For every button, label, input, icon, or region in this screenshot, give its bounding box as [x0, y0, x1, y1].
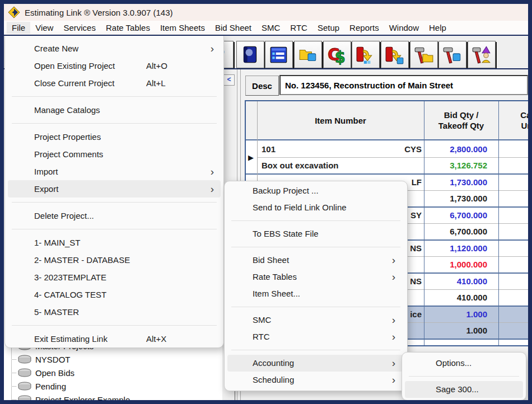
accounting-menu-item-sage-300[interactable]: Sage 300... [405, 381, 523, 398]
menu-reports[interactable]: Reports [344, 22, 384, 34]
menu-separator [12, 229, 217, 229]
file-menu-item-export[interactable]: Export › [8, 180, 221, 198]
menu-services[interactable]: Services [58, 22, 101, 34]
export-menu-item-send-to-field-link-online[interactable]: Send to Field Link Online [227, 199, 404, 216]
column-header-calc-unit[interactable]: Calc Unit [498, 101, 532, 139]
export-book-page-button[interactable] [381, 41, 409, 68]
export-menu-item-item-sheet[interactable]: Item Sheet... [227, 285, 404, 302]
chevron-right-icon: › [392, 252, 395, 269]
wizard-icon [472, 45, 492, 65]
file-menu-item-project-properties[interactable]: Project Properties [8, 128, 221, 145]
menu-separator [12, 325, 217, 326]
export-menu-item-smc[interactable]: SMC › [227, 312, 404, 328]
row-selector-icon[interactable]: ▶ [248, 153, 254, 162]
chevron-right-icon: › [392, 269, 395, 285]
menu-help[interactable]: Help [424, 22, 451, 34]
tools-sheet-icon [442, 45, 463, 65]
project-group-icon [17, 395, 32, 404]
tree-branch-line [11, 373, 16, 373]
export-menu-item-rate-tables[interactable]: Rate Tables › [227, 269, 404, 285]
catalogs-button[interactable] [294, 41, 322, 68]
file-menu-item-project-comments[interactable]: Project Comments [8, 145, 221, 163]
chevron-right-icon: › [211, 180, 214, 198]
grid-header: Item Number Bid Qty / Takeoff Qty Calc U… [246, 101, 532, 140]
tree-branch-line [11, 400, 16, 400]
convert-currency-icon: C $ [327, 45, 347, 65]
file-menu-item-open-existing-project[interactable]: Open Existing Project Alt+O [8, 57, 221, 74]
file-menu-item-create-new[interactable]: Create New › [8, 40, 221, 57]
column-header-bid-qty[interactable]: Bid Qty / Takeoff Qty [424, 101, 498, 139]
estimate-sheet-button[interactable] [265, 41, 293, 68]
file-menu-item-delete-project[interactable]: Delete Project... [8, 207, 221, 224]
export-book-page-icon [385, 45, 405, 65]
svg-text:$: $ [335, 48, 346, 64]
file-menu-item-recent-5[interactable]: 5- MASTER [8, 303, 221, 321]
tree-item-pending[interactable]: Pending [8, 379, 66, 393]
menu-file[interactable]: File [7, 22, 30, 34]
tree-item-open-bids[interactable]: Open Bids [8, 366, 74, 379]
menu-bid-sheet[interactable]: Bid Sheet [210, 22, 256, 34]
export-menu-item-backup-project[interactable]: Backup Project ... [227, 182, 404, 199]
file-menu-item-recent-1[interactable]: 1- MAIN_ST [8, 234, 221, 251]
grid-column-line [424, 101, 424, 345]
wizard-button[interactable] [468, 41, 496, 68]
tree-item-project-explorer-example[interactable]: Project Explorer Example [8, 393, 130, 404]
project-group-icon [17, 368, 32, 377]
file-menu-item-recent-2[interactable]: 2- MASTER - DATABASE [8, 251, 221, 269]
tools-folder-icon [414, 45, 434, 65]
file-menu-item-recent-3[interactable]: 3- 2023TEMPLATE [8, 269, 221, 286]
menu-separator [231, 307, 400, 307]
menu-setup[interactable]: Setup [312, 22, 344, 34]
collapse-panel-button[interactable]: < [223, 74, 235, 86]
grid-column-line [498, 101, 499, 345]
export-menu-item-accounting[interactable]: Accounting › [227, 355, 404, 372]
menu-window[interactable]: Window [384, 22, 424, 34]
title-bar: Estimating Link ® Version 3.0.907 (143) [4, 4, 528, 21]
menu-item-sheets[interactable]: Item Sheets [155, 22, 210, 34]
tree-branch-line [11, 386, 16, 387]
export-submenu: Backup Project ... Send to Field Link On… [224, 181, 408, 391]
chevron-right-icon: › [211, 40, 214, 57]
grid-row-101[interactable]: 101 CYS 2,800.000 Box out excavation 3,1… [246, 142, 532, 173]
tree-item-nysdot[interactable]: NYSDOT [8, 353, 71, 366]
menu-smc[interactable]: SMC [256, 22, 285, 34]
column-header-item-number[interactable]: Item Number [257, 101, 424, 139]
desc-input[interactable]: No. 123456, Reconstruction of Main Stree… [279, 75, 528, 95]
window-title: Estimating Link ® Version 3.0.907 (143) [25, 8, 173, 17]
app-window: Estimating Link ® Version 3.0.907 (143) … [0, 0, 532, 404]
export-menu-item-to-ebs-state-file[interactable]: To EBS State File [227, 226, 404, 242]
menu-separator [231, 350, 400, 350]
menu-rate-tables[interactable]: Rate Tables [101, 22, 155, 34]
project-group-icon [17, 382, 32, 391]
file-menu-item-exit[interactable]: Exit Estimating Link Alt+X [8, 330, 221, 347]
project-group-icon [17, 355, 32, 364]
convert-currency-button[interactable]: C $ [323, 41, 351, 68]
file-menu: Create New › Open Existing Project Alt+O… [4, 36, 224, 348]
export-book-tiles-button[interactable] [352, 41, 380, 68]
file-menu-item-manage-catalogs[interactable]: Manage Catalogs [8, 101, 221, 119]
menu-separator [12, 202, 217, 203]
menu-separator [231, 247, 400, 247]
accounting-submenu: Options... Sage 300... [402, 352, 526, 401]
project-book-icon [240, 45, 260, 65]
chevron-right-icon: › [392, 312, 395, 328]
tree-branch-line [11, 359, 16, 360]
file-menu-item-recent-4[interactable]: 4- CATALOG TEST [8, 286, 221, 303]
file-menu-item-import[interactable]: Import › [8, 163, 221, 180]
project-book-button[interactable] [236, 41, 264, 68]
menu-separator [12, 123, 217, 124]
export-menu-item-scheduling[interactable]: Scheduling › [227, 372, 404, 388]
chevron-right-icon: › [211, 163, 214, 180]
tools-folder-button[interactable] [410, 41, 438, 68]
accounting-menu-item-options[interactable]: Options... [405, 355, 523, 372]
export-book-tiles-icon [356, 45, 376, 65]
file-menu-item-close-current-project[interactable]: Close Current Project Alt+L [8, 74, 221, 92]
tools-sheet-button[interactable] [438, 41, 466, 68]
export-menu-item-bid-sheet[interactable]: Bid Sheet › [227, 252, 404, 269]
chevron-right-icon: › [392, 328, 395, 345]
menu-rtc[interactable]: RTC [285, 22, 312, 34]
menu-view[interactable]: View [30, 22, 58, 34]
menu-bar: File View Services Rate Tables Item Shee… [4, 21, 528, 36]
app-logo-icon [8, 6, 20, 18]
export-menu-item-rtc[interactable]: RTC › [227, 328, 404, 345]
